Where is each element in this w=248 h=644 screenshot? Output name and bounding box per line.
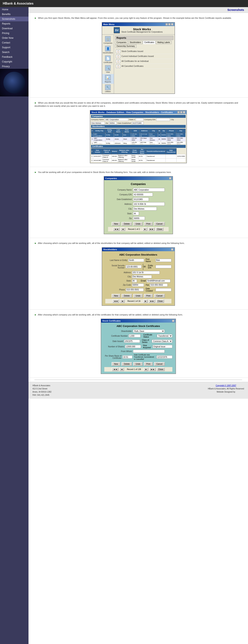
- sidebar-item-search[interactable]: Search: [0, 50, 29, 54]
- vc-ein-input[interactable]: [156, 118, 170, 121]
- sc-btn-new[interactable]: New: [112, 362, 120, 366]
- maximize-btn[interactable]: □: [168, 23, 171, 26]
- sf-input-datecreated[interactable]: [156, 288, 171, 291]
- sf-close-x[interactable]: ✕: [171, 248, 173, 251]
- sc-input-acquired[interactable]: [153, 345, 172, 348]
- sc-btn-delete[interactable]: Delete: [122, 362, 132, 366]
- sc-select-status[interactable]: Transferred: [157, 334, 172, 338]
- close-btn[interactable]: ✕: [171, 23, 173, 26]
- sf-nav-prev[interactable]: ◄: [120, 300, 125, 303]
- sf-nav-first[interactable]: ◄◄: [112, 300, 119, 303]
- vc-cert-row[interactable]: 210/14/1987Common Class A200.00Balance a…: [91, 158, 185, 162]
- mm-report-item[interactable]: 📋Stock Certificates Issued: [115, 49, 173, 54]
- sidebar-item-pricing[interactable]: Pricing: [0, 31, 29, 36]
- sidebar-item-home[interactable]: Home: [0, 7, 29, 12]
- sidebar-item-contact[interactable]: Contact: [0, 40, 29, 45]
- mm-nav-view[interactable]: 🔍View: [102, 64, 114, 74]
- cf-close-btn[interactable]: Close: [156, 228, 163, 231]
- mm-tab-companies[interactable]: Companies: [115, 41, 128, 44]
- sc-btn-undo[interactable]: Undo: [133, 362, 143, 366]
- cf-input-state[interactable]: [133, 212, 139, 215]
- mm-report-item[interactable]: 📋Current Individual Certificates Issued: [115, 54, 173, 59]
- vc-close[interactable]: ✕: [183, 111, 185, 114]
- sc-close-btn[interactable]: Close: [157, 368, 165, 371]
- sc-nav-next[interactable]: ►: [144, 368, 148, 371]
- sc-btn-print[interactable]: Print: [144, 362, 153, 366]
- sc-select-class[interactable]: Common Class A: [152, 340, 172, 343]
- sf-nav-last[interactable]: ►►: [149, 300, 155, 303]
- sf-btn-delete[interactable]: Delete: [122, 294, 132, 298]
- vc-state2-input[interactable]: [136, 118, 143, 121]
- sc-input-datecert[interactable]: [157, 356, 172, 358]
- mm-nav-utilities[interactable]: 🔧Utilities: [102, 84, 114, 94]
- sf-btn-new[interactable]: New: [112, 294, 120, 298]
- mm-nav-certificates[interactable]: 📄Certificates: [102, 55, 114, 64]
- sidebar-item-order-now[interactable]: Order Now: [0, 36, 29, 40]
- cf-btn-undo[interactable]: Undo: [133, 222, 143, 226]
- mm-report-item[interactable]: 📋All Cancelled Certificates: [115, 64, 173, 69]
- sf-btn-print[interactable]: Print: [144, 294, 153, 298]
- vc-zip-input[interactable]: [109, 122, 117, 124]
- sidebar-item-screenshots[interactable]: Screenshots: [0, 16, 29, 21]
- sc-input-certnum[interactable]: [129, 334, 141, 338]
- sf-input-ssn[interactable]: [126, 265, 141, 268]
- cf-input-address[interactable]: [133, 202, 165, 206]
- mm-nav-reports[interactable]: 📊Reports: [102, 74, 114, 84]
- mm-tab-ownership-summary[interactable]: Ownership Summary: [115, 44, 136, 48]
- vc-min[interactable]: _: [177, 111, 180, 114]
- sc-select-shareholder[interactable]: Ruth, Dave: [133, 330, 165, 333]
- sf-input-firstname[interactable]: [156, 259, 171, 262]
- cf-input-city[interactable]: [133, 207, 157, 210]
- mm-tab-certificates[interactable]: Certificates: [143, 41, 156, 44]
- cf-close-x[interactable]: ✕: [169, 177, 171, 180]
- footer-copyright-link[interactable]: Copyright © 1997-2007: [216, 384, 236, 387]
- cf-nav-first[interactable]: ◄◄: [113, 228, 120, 231]
- sf-input-address[interactable]: [132, 271, 160, 274]
- sc-input-dateissued[interactable]: [124, 340, 140, 343]
- mm-tab-mailing-labels[interactable]: Mailing Labels: [156, 41, 171, 44]
- mm-tab-stockholders[interactable]: Stockholders: [128, 41, 142, 44]
- vc-sh-row[interactable]: 3ABC CorporationEntityJohnsonMary123-00-…: [91, 141, 185, 144]
- cf-btn-cancel[interactable]: Cancel: [154, 222, 165, 226]
- sc-nav-first[interactable]: ◄◄: [112, 368, 119, 371]
- sidebar-item-support[interactable]: Support: [0, 45, 29, 50]
- sidebar-item-copyright[interactable]: Copyright: [0, 59, 29, 64]
- mm-nav-stockholders[interactable]: 👤Stockholders: [102, 45, 114, 55]
- vc-cert-row[interactable]: 112/31/1977Common Class A100.00Balance a…: [91, 154, 185, 158]
- vc-sh-row[interactable]: 2ABC CorporationEntityJonesDave123-00-00…: [91, 137, 185, 141]
- sf-input-email[interactable]: [147, 279, 170, 282]
- sf-btn-undo[interactable]: Undo: [133, 294, 143, 298]
- sidebar-item-reports[interactable]: Reports: [0, 21, 29, 26]
- sf-input-state[interactable]: [132, 279, 137, 282]
- cf-btn-print[interactable]: Print: [144, 222, 153, 226]
- sf-input-city[interactable]: [132, 275, 152, 278]
- sc-close-x[interactable]: ✕: [172, 320, 174, 322]
- vc-date-input[interactable]: [132, 122, 144, 124]
- vc-city-input[interactable]: [91, 122, 105, 124]
- cf-input-company-name[interactable]: [133, 188, 165, 192]
- sf-close-btn[interactable]: Close: [156, 300, 164, 303]
- sf-input-zip[interactable]: [132, 284, 144, 286]
- cf-nav-prev[interactable]: ◄: [121, 228, 125, 231]
- mm-report-item[interactable]: 📋All Certificates for an Individual: [115, 59, 173, 64]
- cf-btn-delete[interactable]: Delete: [122, 222, 132, 226]
- sf-input-ein[interactable]: [156, 265, 171, 268]
- sc-input-fromwhom[interactable]: [133, 350, 165, 353]
- sf-input-phone[interactable]: [126, 288, 144, 291]
- cf-nav-next[interactable]: ►: [143, 228, 147, 231]
- sidebar-item-download[interactable]: Download: [0, 26, 29, 31]
- cf-btn-new[interactable]: New: [112, 222, 120, 226]
- sf-btn-cancel[interactable]: Cancel: [154, 294, 165, 298]
- sidebar-item-feedback[interactable]: Feedback: [0, 54, 29, 59]
- sc-btn-cancel[interactable]: Cancel: [154, 362, 165, 366]
- cf-input-date-established[interactable]: [133, 198, 149, 201]
- sidebar-item-privacy[interactable]: Privacy: [0, 64, 29, 69]
- sc-nav-last[interactable]: ►►: [149, 368, 156, 371]
- sf-input-fax[interactable]: [150, 284, 168, 286]
- vc-sh-row[interactable]: 1ABC CorporationEntitySmithBob123-00-000…: [91, 133, 185, 137]
- sf-nav-next[interactable]: ►: [143, 300, 148, 303]
- cf-input-zip[interactable]: [133, 216, 145, 220]
- sc-input-shares[interactable]: [125, 345, 141, 348]
- cf-input-company-ein[interactable]: [133, 193, 153, 196]
- mm-nav-companies[interactable]: 🏢Companies: [102, 36, 114, 45]
